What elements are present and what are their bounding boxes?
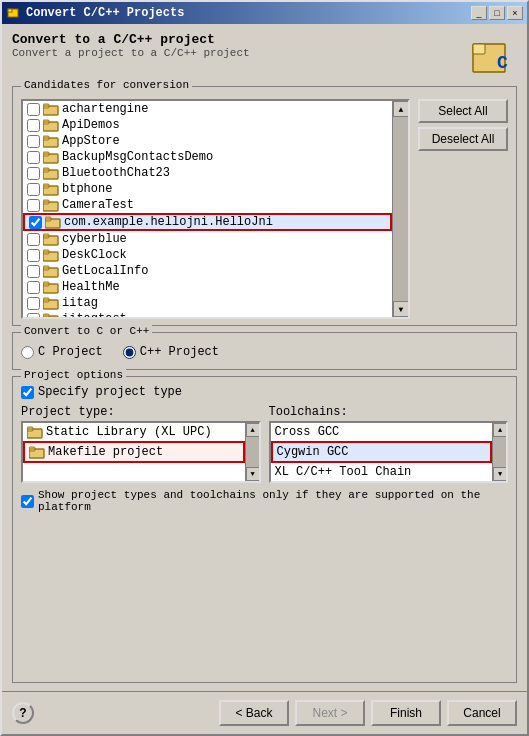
list-item-label: GetLocalInfo [43,264,148,278]
toolchains-col-label: Toolchains: [269,405,509,419]
list-item-label: cyberblue [43,232,127,246]
toolchains-list[interactable]: Cross GCCCygwin GCCXL C/C++ Tool Chain ▲… [269,421,509,483]
list-item-label: DeskClock [43,248,127,262]
options-content: Specify project type Project type: Stati… [21,385,508,513]
selection-buttons: Select All Deselect All [418,99,508,319]
close-button[interactable]: × [507,6,523,20]
tc-scroll-up[interactable]: ▲ [493,423,507,437]
cpp-project-option: C++ Project [123,345,219,359]
cancel-button[interactable]: Cancel [447,700,517,726]
main-window: Convert C/C++ Projects _ □ × Convert to … [0,0,529,736]
scroll-track[interactable] [393,117,408,301]
svg-rect-1 [8,9,12,12]
window-title: Convert C/C++ Projects [26,6,471,20]
project-type-list[interactable]: Static Library (XL UPC) Makefile project… [21,421,261,483]
c-project-label[interactable]: C Project [38,345,103,359]
list-item-checkbox[interactable] [27,119,40,132]
toolchain-item[interactable]: Cross GCC [271,423,493,441]
back-button[interactable]: < Back [219,700,289,726]
list-item-label: BluetoothChat23 [43,166,170,180]
svg-text:C: C [497,53,508,73]
bottom-bar: ? < Back Next > Finish Cancel [2,691,527,734]
candidates-section: Candidates for conversion achartengine A… [12,86,517,326]
list-item-checkbox[interactable] [27,135,40,148]
list-item-checkbox[interactable] [27,151,40,164]
list-item[interactable]: GetLocalInfo [23,263,392,279]
list-item-label: BackupMsgContactsDemo [43,150,213,164]
list-item-label: AppStore [43,134,120,148]
candidates-list-content: achartengine ApiDemos AppStore BackupMsg… [23,101,392,317]
list-item-checkbox[interactable] [29,216,42,229]
tc-scroll-down[interactable]: ▼ [493,467,507,481]
project-type-item[interactable]: Static Library (XL UPC) [23,423,245,441]
c-project-radio[interactable] [21,346,34,359]
cpp-project-label[interactable]: C++ Project [140,345,219,359]
list-item-checkbox[interactable] [27,183,40,196]
pt-scroll-down[interactable]: ▼ [246,467,260,481]
header-area: Convert to a C/C++ project Convert a pro… [12,32,517,80]
candidates-listbox[interactable]: achartengine ApiDemos AppStore BackupMsg… [21,99,410,319]
list-item-label: CameraTest [43,198,134,212]
list-item-checkbox[interactable] [27,233,40,246]
toolchain-item[interactable]: Cygwin GCC [271,441,493,463]
list-item-label: ApiDemos [43,118,120,132]
project-type-item[interactable]: Makefile project [23,441,245,463]
list-item-label: HealthMe [43,280,120,294]
list-item[interactable]: HealthMe [23,279,392,295]
list-item[interactable]: iitag [23,295,392,311]
header-text: Convert to a C/C++ project Convert a pro… [12,32,250,59]
project-options-section: Project options Specify project type Pro… [12,376,517,683]
list-item-label: iitag [43,296,98,310]
toolchains-list-content: Cross GCCCygwin GCCXL C/C++ Tool Chain [271,423,493,481]
project-type-list-content: Static Library (XL UPC) Makefile project [23,423,245,481]
c-project-option: C Project [21,345,103,359]
list-item[interactable]: DeskClock [23,247,392,263]
list-item[interactable]: CameraTest [23,197,392,213]
list-item-checkbox[interactable] [27,281,40,294]
list-item-checkbox[interactable] [27,313,40,318]
candidates-list-area: achartengine ApiDemos AppStore BackupMsg… [21,99,508,319]
list-item[interactable]: iitagtest [23,311,392,317]
list-item[interactable]: ApiDemos [23,117,392,133]
next-button[interactable]: Next > [295,700,365,726]
svg-rect-3 [473,44,485,54]
finish-button[interactable]: Finish [371,700,441,726]
title-bar: Convert C/C++ Projects _ □ × [2,2,527,24]
window-icon [6,5,22,21]
list-item[interactable]: cyberblue [23,231,392,247]
list-item-checkbox[interactable] [27,103,40,116]
show-note-checkbox[interactable] [21,495,34,508]
list-item-checkbox[interactable] [27,265,40,278]
list-item-checkbox[interactable] [27,297,40,310]
list-item[interactable]: AppStore [23,133,392,149]
pt-scroll-up[interactable]: ▲ [246,423,260,437]
maximize-button[interactable]: □ [489,6,505,20]
specify-checkbox[interactable] [21,386,34,399]
show-note-label[interactable]: Show project types and toolchains only i… [38,489,508,513]
list-item[interactable]: btphone [23,181,392,197]
project-type-scrollbar[interactable]: ▲ ▼ [245,423,259,481]
deselect-all-button[interactable]: Deselect All [418,127,508,151]
dialog-subtitle: Convert a project to a C/C++ project [12,47,250,59]
show-note-row: Show project types and toolchains only i… [21,489,508,513]
specify-label[interactable]: Specify project type [38,385,182,399]
cpp-project-radio[interactable] [123,346,136,359]
toolchains-scrollbar[interactable]: ▲ ▼ [492,423,506,481]
scroll-down-btn[interactable]: ▼ [393,301,409,317]
list-item[interactable]: achartengine [23,101,392,117]
dialog-content: Convert to a C/C++ project Convert a pro… [2,24,527,691]
tc-scroll-track [493,437,506,467]
project-options-label: Project options [21,369,126,381]
scroll-up-btn[interactable]: ▲ [393,101,409,117]
toolchain-item[interactable]: XL C/C++ Tool Chain [271,463,493,481]
list-item[interactable]: BackupMsgContactsDemo [23,149,392,165]
list-item[interactable]: com.example.hellojni.HelloJni [23,213,392,231]
list-item-checkbox[interactable] [27,249,40,262]
select-all-button[interactable]: Select All [418,99,508,123]
list-item-checkbox[interactable] [27,167,40,180]
candidates-scrollbar[interactable]: ▲ ▼ [392,101,408,317]
minimize-button[interactable]: _ [471,6,487,20]
help-button[interactable]: ? [12,702,34,724]
list-item-checkbox[interactable] [27,199,40,212]
list-item[interactable]: BluetoothChat23 [23,165,392,181]
